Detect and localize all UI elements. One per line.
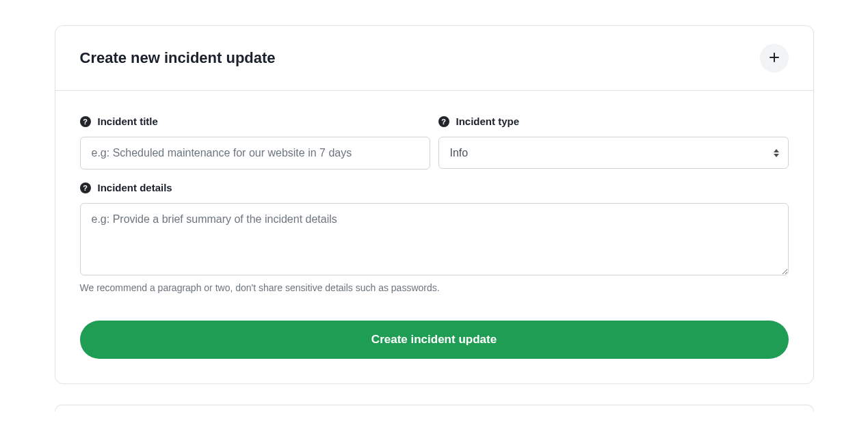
help-icon[interactable]: ?: [80, 116, 91, 127]
incident-details-label: ? Incident details: [80, 182, 789, 193]
card-body: ? Incident title ? Incident type Info: [55, 91, 813, 383]
incident-create-card: Create new incident update ? Incident ti…: [55, 25, 814, 384]
plus-icon: [769, 52, 780, 65]
add-button[interactable]: [760, 44, 789, 72]
incident-details-hint: We recommend a paragraph or two, don't s…: [80, 282, 789, 293]
label-text: Incident details: [98, 182, 172, 193]
incident-details-textarea[interactable]: [80, 203, 789, 275]
incident-type-select[interactable]: Info: [438, 137, 789, 169]
select-wrap: Info: [438, 137, 789, 169]
label-text: Incident title: [98, 116, 158, 127]
help-icon[interactable]: ?: [80, 182, 91, 193]
form-col-title: ? Incident title: [80, 116, 430, 169]
incident-title-label: ? Incident title: [80, 116, 430, 127]
help-icon[interactable]: ?: [438, 116, 449, 127]
label-text: Incident type: [456, 116, 520, 127]
form-row-title-type: ? Incident title ? Incident type Info: [80, 116, 789, 169]
next-card-peek: [55, 405, 814, 411]
card-header: Create new incident update: [55, 26, 813, 91]
incident-type-label: ? Incident type: [438, 116, 789, 127]
incident-title-input[interactable]: [80, 137, 430, 169]
card-title: Create new incident update: [80, 49, 276, 67]
form-col-type: ? Incident type Info: [438, 116, 789, 169]
create-incident-button[interactable]: Create incident update: [80, 321, 789, 359]
form-col-details: ? Incident details We recommend a paragr…: [80, 182, 789, 293]
